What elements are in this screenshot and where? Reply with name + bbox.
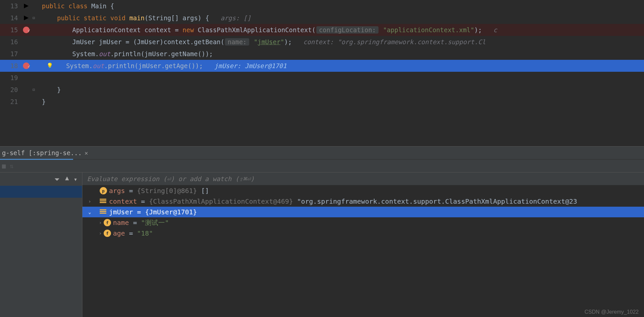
debug-toolbar: ▦ ⇅	[0, 159, 644, 172]
variable-field-name[interactable]: › f name = "测试一"	[82, 217, 644, 228]
code-text[interactable]: System.out.println(jmUser.getName());	[40, 48, 644, 60]
gutter-empty	[20, 36, 33, 48]
collapse-icon[interactable]: ⌄	[86, 209, 93, 215]
code-text[interactable]: public class Main {	[40, 0, 644, 12]
expand-icon[interactable]: ›	[86, 199, 93, 204]
line-number[interactable]: 20	[0, 84, 20, 96]
fold-gutter[interactable]	[33, 48, 40, 60]
code-editor[interactable]: 13 public class Main { 14 ⊟ public stati…	[0, 0, 644, 146]
code-text[interactable]: JmUser jmUser = (JmUser)context.getBean(…	[40, 36, 644, 48]
object-icon	[100, 199, 106, 204]
line-number[interactable]: 18	[0, 60, 20, 72]
breakpoint-icon[interactable]	[20, 60, 33, 72]
fold-gutter[interactable]	[33, 36, 40, 48]
expand-icon[interactable]: ›	[97, 220, 104, 225]
settings-icon[interactable]: ⇅	[10, 162, 13, 169]
tab-active-indicator	[0, 159, 73, 160]
svg-marker-0	[24, 4, 29, 8]
watermark: CSDN @Jeremy_1022	[585, 309, 639, 315]
intention-bulb-icon[interactable]: 💡	[47, 60, 53, 72]
frames-toolbar: ⏷ ▼ ▾	[0, 172, 82, 186]
gutter-empty	[20, 48, 33, 60]
run-gutter-icon[interactable]	[20, 0, 33, 12]
debug-panel: ⏷ ▼ ▾ Evaluate expression (⏎) or add a w…	[0, 172, 644, 317]
fold-gutter[interactable]: ⊟	[33, 12, 40, 24]
line-number[interactable]: 13	[0, 0, 20, 12]
fold-gutter[interactable]: ⊟	[33, 84, 40, 96]
code-line[interactable]: 13 public class Main {	[0, 0, 644, 12]
svg-marker-1	[24, 16, 29, 20]
filter-icon[interactable]: ⏷	[54, 175, 60, 183]
fold-gutter[interactable]: 💡	[33, 60, 40, 72]
line-number[interactable]: 19	[0, 72, 20, 84]
frames-pane[interactable]: ⏷ ▼ ▾	[0, 172, 82, 317]
expand-icon[interactable]: ›	[97, 231, 104, 236]
code-line[interactable]: 15 ApplicationContext context = new Clas…	[0, 24, 644, 36]
line-number[interactable]: 17	[0, 48, 20, 60]
variables-pane[interactable]: Evaluate expression (⏎) or add a watch (…	[82, 172, 644, 317]
variable-jmuser[interactable]: ⌄ jmUser = {JmUser@1701}	[82, 207, 644, 217]
variable-context[interactable]: › context = {ClassPathXmlApplicationCont…	[82, 196, 644, 207]
line-number[interactable]: 16	[0, 36, 20, 48]
frame-row-selected[interactable]	[0, 186, 82, 198]
code-text[interactable]: }	[40, 96, 644, 108]
close-icon[interactable]: ×	[84, 150, 88, 157]
variable-args[interactable]: p args = {String[0]@861} []	[82, 185, 644, 196]
run-config-tabs: g-self [:spring-se... ×	[0, 146, 644, 159]
layout-icon[interactable]: ▦	[2, 162, 6, 169]
chevron-down-icon[interactable]: ▾	[74, 175, 77, 183]
run-gutter-icon[interactable]	[20, 12, 33, 24]
code-text[interactable]: public static void main(String[] args) {…	[40, 12, 644, 24]
fold-gutter[interactable]	[33, 24, 40, 36]
object-icon	[100, 209, 106, 215]
code-line[interactable]: 14 ⊟ public static void main(String[] ar…	[0, 12, 644, 24]
fold-gutter[interactable]	[33, 0, 40, 12]
evaluate-input[interactable]: Evaluate expression (⏎) or add a watch (…	[82, 172, 644, 185]
field-badge-icon: f	[104, 230, 111, 237]
param-badge-icon: p	[100, 187, 107, 194]
code-line[interactable]: 20 ⊟ }	[0, 84, 644, 96]
line-number[interactable]: 21	[0, 96, 20, 108]
code-text[interactable]: }	[40, 84, 644, 96]
code-text[interactable]: System.out.println(jmUser.getAge()); jmU…	[40, 60, 644, 72]
code-line[interactable]: 19	[0, 72, 644, 84]
breakpoint-icon[interactable]	[20, 24, 33, 36]
field-badge-icon: f	[104, 219, 111, 226]
code-line[interactable]: 17 System.out.println(jmUser.getName());	[0, 48, 644, 60]
tab-label: g-self [:spring-se...	[2, 149, 82, 157]
line-number[interactable]: 14	[0, 12, 20, 24]
variable-field-age[interactable]: › f age = "18"	[82, 228, 644, 239]
code-line-current[interactable]: 18 💡 System.out.println(jmUser.getAge())…	[0, 60, 644, 72]
code-line[interactable]: 16 JmUser jmUser = (JmUser)context.getBe…	[0, 36, 644, 48]
funnel-icon[interactable]: ▼	[65, 175, 69, 183]
tab-spring-self[interactable]: g-self [:spring-se... ×	[0, 147, 91, 159]
code-text[interactable]: ApplicationContext context = new ClassPa…	[40, 24, 644, 36]
line-number[interactable]: 15	[0, 24, 20, 36]
code-line[interactable]: 21 }	[0, 96, 644, 108]
